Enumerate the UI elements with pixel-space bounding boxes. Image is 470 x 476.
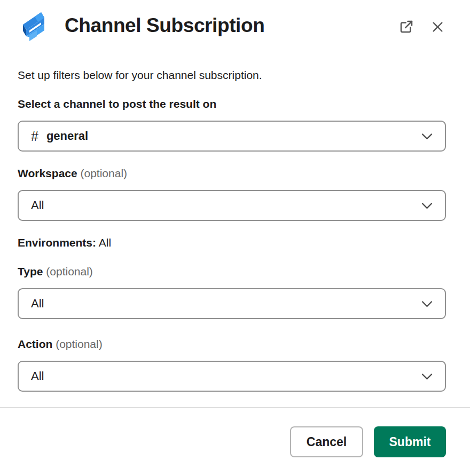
type-select-value: All xyxy=(31,297,44,311)
action-select[interactable]: All xyxy=(18,361,446,392)
chevron-down-icon xyxy=(420,369,434,384)
chevron-down-icon xyxy=(420,129,434,144)
channel-select[interactable]: # general xyxy=(18,121,446,152)
action-optional-text: (optional) xyxy=(52,338,102,350)
type-field-label: Type (optional) xyxy=(18,265,446,279)
environments-line: Environments: All xyxy=(18,236,446,250)
workspace-select[interactable]: All xyxy=(18,190,446,221)
action-field-label: Action (optional) xyxy=(18,337,446,351)
channel-select-value: general xyxy=(46,129,88,143)
type-optional-text: (optional) xyxy=(43,265,92,277)
environments-value: All xyxy=(96,236,111,249)
chevron-down-icon xyxy=(420,199,434,213)
modal-title: Channel Subscription xyxy=(65,14,397,37)
workspace-field-label: Workspace (optional) xyxy=(18,166,446,180)
open-external-button[interactable] xyxy=(397,18,416,36)
workspace-label-text: Workspace xyxy=(18,167,77,179)
action-select-value: All xyxy=(31,369,44,383)
action-label-text: Action xyxy=(18,338,52,350)
modal-header: Channel Subscription xyxy=(18,0,446,44)
channel-subscription-modal: Channel Subscription xyxy=(0,0,470,457)
workspace-select-value: All xyxy=(31,199,44,212)
header-actions xyxy=(397,18,446,36)
cancel-button[interactable]: Cancel xyxy=(290,426,363,457)
close-button[interactable] xyxy=(429,19,446,35)
type-label-text: Type xyxy=(18,265,43,277)
modal-footer: Cancel Submit xyxy=(18,426,446,457)
intro-text: Set up filters below for your channel su… xyxy=(18,68,446,82)
app-logo-icon xyxy=(18,7,50,44)
channel-field-label: Select a channel to post the result on xyxy=(18,97,446,111)
channel-hash-icon: # xyxy=(31,129,38,144)
workspace-optional-text: (optional) xyxy=(77,167,127,179)
type-select[interactable]: All xyxy=(18,288,446,319)
open-external-icon xyxy=(398,19,414,35)
chevron-down-icon xyxy=(420,297,434,311)
submit-button[interactable]: Submit xyxy=(374,426,446,457)
footer-divider xyxy=(0,407,470,408)
close-icon xyxy=(430,20,445,34)
environments-label: Environments: xyxy=(18,236,96,249)
